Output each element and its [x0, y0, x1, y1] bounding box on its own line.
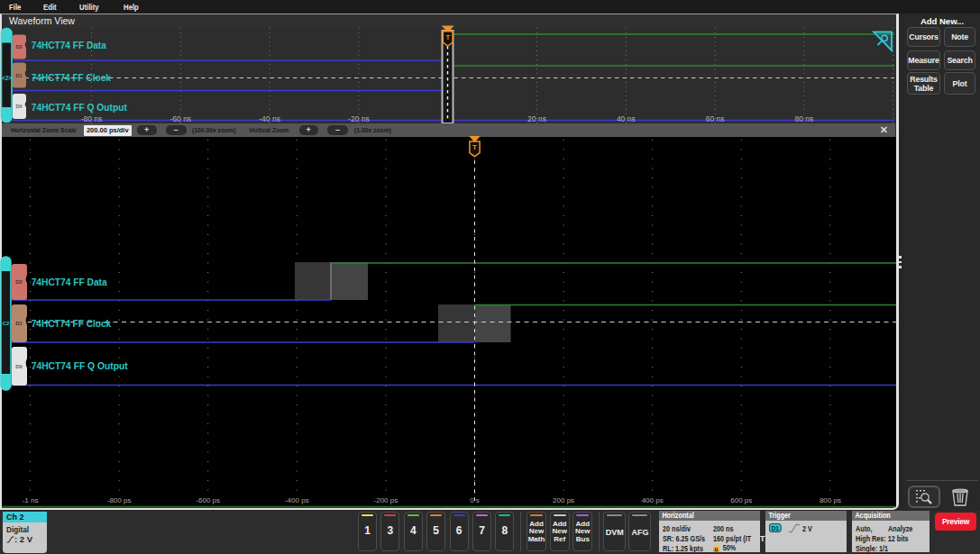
svg-text:D1: D1: [15, 73, 22, 78]
svg-text:<2>: <2>: [2, 75, 12, 81]
svg-text:-20 ns: -20 ns: [348, 114, 370, 123]
svg-text:74HCT74 FF Data: 74HCT74 FF Data: [32, 40, 107, 50]
svg-text:400 ps: 400 ps: [642, 496, 664, 504]
svg-text:T: T: [445, 33, 450, 41]
svg-text:80 ns: 80 ns: [795, 114, 814, 123]
svg-text:T: T: [472, 143, 477, 151]
svg-text:D1: D1: [15, 321, 23, 326]
svg-text:D0: D0: [15, 364, 23, 369]
svg-text:D2: D2: [15, 44, 22, 50]
svg-text:74HCT74 FF Q Output: 74HCT74 FF Q Output: [32, 360, 128, 371]
svg-text:-600 ps: -600 ps: [196, 496, 220, 504]
svg-text:0 s: 0 s: [470, 496, 480, 504]
svg-text:C2: C2: [3, 321, 10, 326]
svg-text:74HCT74 FF Data: 74HCT74 FF Data: [32, 277, 108, 287]
svg-text:D0: D0: [15, 104, 22, 109]
svg-text:-200 ps: -200 ps: [374, 496, 398, 504]
svg-text:74HCT74 FF Q Output: 74HCT74 FF Q Output: [32, 102, 127, 113]
svg-text:74HCT74 FF Clock: 74HCT74 FF Clock: [32, 318, 112, 329]
svg-text:-80 ns: -80 ns: [81, 114, 103, 123]
svg-text:600 ps: 600 ps: [730, 496, 752, 504]
svg-text:-60 ns: -60 ns: [169, 114, 191, 123]
svg-text:60 ns: 60 ns: [706, 114, 725, 123]
svg-text:74HCT74 FF Clock: 74HCT74 FF Clock: [32, 72, 112, 83]
svg-text:800 ps: 800 ps: [820, 496, 841, 504]
svg-text:-800 ps: -800 ps: [107, 496, 132, 504]
svg-text:D2: D2: [15, 279, 23, 285]
svg-text:-1 ns: -1 ns: [23, 496, 39, 504]
svg-text:-400 ps: -400 ps: [285, 496, 309, 504]
svg-text:200 ps: 200 ps: [553, 496, 574, 504]
svg-text:20 ns: 20 ns: [527, 114, 546, 123]
svg-text:-40 ns: -40 ns: [259, 114, 280, 123]
svg-text:40 ns: 40 ns: [617, 114, 636, 123]
